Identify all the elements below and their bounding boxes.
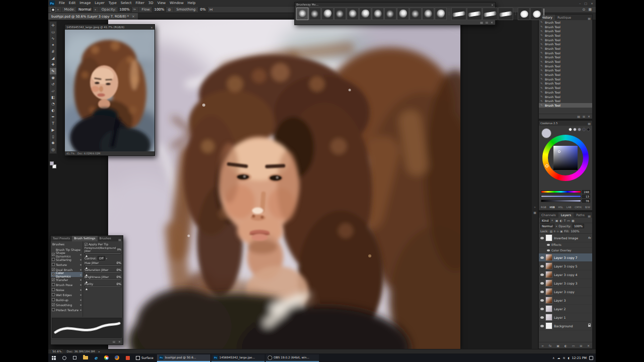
slider-value[interactable]: 76 bbox=[582, 199, 590, 203]
filter-pixel-layers-icon[interactable]: ▣ bbox=[555, 219, 558, 222]
panel-menu-icon[interactable]: ▤ bbox=[588, 122, 591, 125]
history-brush-tool[interactable]: ↺ bbox=[50, 81, 56, 87]
hue-jitter-value[interactable]: 0% bbox=[116, 261, 121, 264]
checkbox[interactable] bbox=[52, 298, 55, 301]
saturation-brightness-box[interactable] bbox=[553, 146, 578, 170]
history-state[interactable]: ✎ Brush Tool bbox=[539, 46, 592, 51]
history-state[interactable]: ✎ Brush Tool bbox=[539, 33, 592, 38]
new-brush-icon[interactable]: ⊞ bbox=[113, 340, 115, 343]
layer-visibility-eye-icon[interactable] bbox=[540, 237, 544, 239]
layer-fill-field[interactable]: 100% bbox=[571, 229, 579, 233]
foreground-color-swatch[interactable] bbox=[50, 161, 54, 165]
chevron-down-icon[interactable]: ▾ bbox=[106, 257, 108, 260]
reference-zoom[interactable]: 41.7% bbox=[66, 152, 74, 155]
hand-tool[interactable]: ✱ bbox=[50, 140, 56, 146]
color-mode-button[interactable]: B/W bbox=[585, 206, 590, 209]
layer-visibility-eye-icon[interactable] bbox=[547, 244, 550, 246]
layer-visibility-eye-icon[interactable] bbox=[547, 249, 550, 251]
brush-settings-item[interactable]: ✓ Shape Dynamics ▪ bbox=[51, 252, 83, 257]
delete-layer-icon[interactable]: ✕ bbox=[587, 344, 590, 347]
blend-mode-select[interactable]: Normal bbox=[76, 7, 93, 12]
lock-pixels-icon[interactable]: ✛ bbox=[553, 230, 556, 233]
window-control-icon[interactable]: – bbox=[579, 2, 581, 5]
history-state[interactable]: ✎ Brush Tool bbox=[539, 81, 592, 86]
move-tool[interactable]: ✛ bbox=[50, 22, 56, 29]
lock-transparency-icon[interactable]: ▨ bbox=[550, 230, 552, 233]
brush-tip-texture-2[interactable] bbox=[384, 8, 396, 20]
lock-icon[interactable]: ▪ bbox=[80, 258, 82, 261]
layer-row[interactable]: Effects bbox=[539, 242, 592, 248]
menu-item[interactable]: View bbox=[155, 0, 168, 6]
taskbar-window-button[interactable]: Ps buohjpi.psd @ 50.6... bbox=[157, 354, 210, 362]
checkbox[interactable] bbox=[52, 288, 55, 291]
layer-thumbnail[interactable] bbox=[545, 254, 552, 261]
lock-icon[interactable]: ▪ bbox=[80, 289, 82, 291]
eyedropper-tool[interactable]: ◢ bbox=[50, 55, 56, 61]
action-center-icon[interactable] bbox=[589, 356, 593, 360]
layer-row[interactable]: Layer 3 copy 7 bbox=[539, 253, 592, 262]
history-state[interactable]: ✎ Brush Tool bbox=[539, 77, 592, 81]
layer-name[interactable]: Layer 3 bbox=[554, 299, 566, 302]
brush-settings-item[interactable]: ✓ Smoothing ▪ bbox=[51, 302, 83, 307]
airbrush-icon[interactable]: ◍ bbox=[168, 8, 171, 12]
delete-icon[interactable]: ✕ bbox=[118, 340, 121, 343]
checkbox[interactable] bbox=[52, 258, 55, 261]
menu-item[interactable]: Image bbox=[77, 0, 93, 6]
symmetry-icon[interactable]: ⋈ bbox=[209, 8, 213, 12]
lasso-tool[interactable]: ∿ bbox=[50, 35, 56, 42]
control-select[interactable]: Off bbox=[98, 256, 105, 260]
filter-shape-layers-icon[interactable]: ▭ bbox=[567, 219, 570, 222]
brush-tip-smudge[interactable] bbox=[422, 8, 434, 20]
panel-tab[interactable]: Brush Settings bbox=[72, 236, 97, 241]
onedrive-icon[interactable]: ☁ bbox=[557, 356, 560, 359]
lock-icon[interactable]: ▪ bbox=[80, 263, 82, 266]
layer-name[interactable]: Effects bbox=[551, 243, 561, 246]
chrome-browser-button[interactable] bbox=[101, 353, 112, 362]
history-state[interactable]: ✎ Brush Tool bbox=[539, 42, 592, 46]
color-mode-button[interactable]: HSL bbox=[558, 206, 563, 209]
panel-menu-icon[interactable]: ▤ bbox=[118, 238, 123, 241]
blur-tool[interactable]: ◔ bbox=[50, 101, 56, 107]
menu-item[interactable]: 3D bbox=[146, 0, 155, 6]
layer-name[interactable]: Layer 3 copy 7 bbox=[554, 256, 578, 259]
preset-menu-icon[interactable]: ▤ bbox=[480, 21, 483, 24]
blob-preview-1[interactable] bbox=[518, 8, 530, 20]
sv-marker[interactable] bbox=[558, 150, 560, 153]
saturation-jitter-slider[interactable] bbox=[85, 272, 121, 274]
layer-row[interactable]: Inverted Image fx bbox=[539, 234, 592, 242]
slider-track[interactable] bbox=[541, 191, 581, 193]
color-swatch-4[interactable] bbox=[582, 128, 586, 131]
menu-item[interactable]: Help bbox=[186, 0, 198, 6]
file-explorer-button[interactable] bbox=[80, 353, 91, 362]
checkbox[interactable]: ✓ bbox=[52, 253, 55, 256]
dodge-tool[interactable]: ◐ bbox=[50, 107, 56, 114]
surface-shortcut-button[interactable]: Surface bbox=[133, 353, 156, 362]
flow-field[interactable]: 100% bbox=[152, 7, 166, 12]
brush-color-swatch[interactable] bbox=[543, 9, 544, 16]
volume-icon[interactable]: ◖ bbox=[568, 356, 569, 359]
document-tab[interactable]: buohjpi.psd @ 50.6% (Layer 3 copy 7, RGB… bbox=[48, 13, 138, 20]
layer-mask-icon[interactable]: ▣ bbox=[556, 344, 559, 347]
clock[interactable]: 12:21 PM bbox=[572, 356, 587, 359]
layer-name[interactable]: Layer 3 copy bbox=[554, 290, 575, 294]
slider-track[interactable] bbox=[541, 200, 581, 202]
search-icon[interactable]: ⊙ bbox=[583, 8, 586, 12]
hue-marker[interactable] bbox=[545, 164, 548, 167]
layer-thumbnail[interactable] bbox=[545, 234, 552, 241]
layer-thumbnail[interactable] bbox=[545, 297, 552, 304]
checkbox[interactable] bbox=[52, 263, 55, 266]
history-state[interactable]: ✎ Brush Tool bbox=[539, 29, 592, 33]
zoom-tool[interactable]: ◎ bbox=[50, 146, 56, 153]
brush-settings-item[interactable]: Texture ▪ bbox=[51, 262, 83, 267]
layer-thumbnail[interactable] bbox=[545, 314, 552, 321]
layer-visibility-eye-icon[interactable] bbox=[540, 299, 544, 302]
taskbar-window-button[interactable]: OBS 19.0.2 (64bit, win... bbox=[266, 354, 319, 362]
hidden-icons-chevron[interactable]: ∧ bbox=[552, 356, 554, 359]
brush-settings-item[interactable]: Wet Edges ▪ bbox=[51, 292, 83, 297]
history-state[interactable]: ✎ Brush Tool bbox=[539, 55, 592, 60]
hue-jitter-slider[interactable] bbox=[85, 265, 121, 266]
marquee-tool[interactable]: ▭ bbox=[50, 29, 56, 35]
fg-bg-jitter-slider[interactable] bbox=[85, 253, 121, 254]
clone-stamp-tool[interactable]: ◉ bbox=[50, 74, 56, 81]
eraser-tool[interactable]: ▱ bbox=[50, 87, 56, 94]
